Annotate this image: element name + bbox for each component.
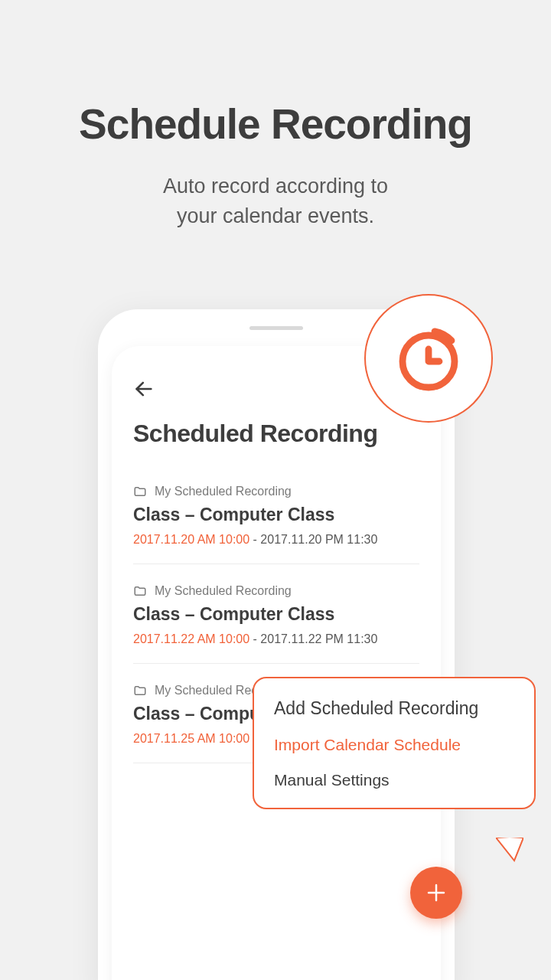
item-start-time: 2017.11.22 AM 10:00: [133, 632, 249, 645]
popover-title: Add Scheduled Recording: [274, 698, 514, 719]
schedule-item[interactable]: My Scheduled Recording Class – Computer …: [133, 584, 419, 664]
item-folder-label: My Scheduled Recording: [155, 584, 292, 598]
hero-subtitle: Auto record according to your calendar e…: [0, 172, 551, 231]
folder-icon: [133, 485, 147, 498]
plus-icon: [425, 881, 448, 904]
add-fab[interactable]: [410, 867, 462, 919]
item-start-time: 2017.11.20 AM 10:00: [133, 533, 249, 546]
folder-icon: [133, 684, 147, 697]
time-separator: -: [253, 533, 261, 546]
item-folder-row: My Scheduled Recording: [133, 485, 419, 498]
item-folder-label: My Scheduled Recording: [155, 485, 292, 498]
popover-manual-settings[interactable]: Manual Settings: [274, 771, 514, 789]
item-title: Class – Computer Class: [133, 604, 419, 625]
item-end-time: 2017.11.20 PM 11:30: [260, 533, 377, 546]
add-popover: Add Scheduled Recording Import Calendar …: [253, 677, 536, 809]
popover-import-calendar[interactable]: Import Calendar Schedule: [274, 736, 514, 754]
screen-title: Scheduled Recording: [133, 420, 419, 448]
folder-icon: [133, 584, 147, 598]
phone-screen: Scheduled Recording My Scheduled Recordi…: [112, 346, 441, 980]
arrow-left-icon: [133, 378, 155, 400]
item-folder-row: My Scheduled Recording: [133, 584, 419, 598]
clock-badge: [364, 294, 493, 423]
phone-notch: [249, 326, 303, 330]
item-title: Class – Computer Class: [133, 505, 419, 525]
back-button[interactable]: [133, 378, 155, 400]
time-separator: -: [253, 632, 261, 645]
hero-title: Schedule Recording: [0, 100, 551, 149]
item-start-time: 2017.11.25 AM 10:00: [133, 732, 249, 745]
schedule-item[interactable]: My Scheduled Recording Class – Computer …: [133, 485, 419, 564]
item-time: 2017.11.22 AM 10:00 - 2017.11.22 PM 11:3…: [133, 632, 419, 646]
item-end-time: 2017.11.22 PM 11:30: [260, 632, 377, 645]
svg-marker-2: [496, 838, 523, 861]
hero-section: Schedule Recording Auto record according…: [0, 0, 551, 231]
item-time: 2017.11.20 AM 10:00 - 2017.11.20 PM 11:3…: [133, 533, 419, 547]
clock-icon: [392, 322, 465, 395]
